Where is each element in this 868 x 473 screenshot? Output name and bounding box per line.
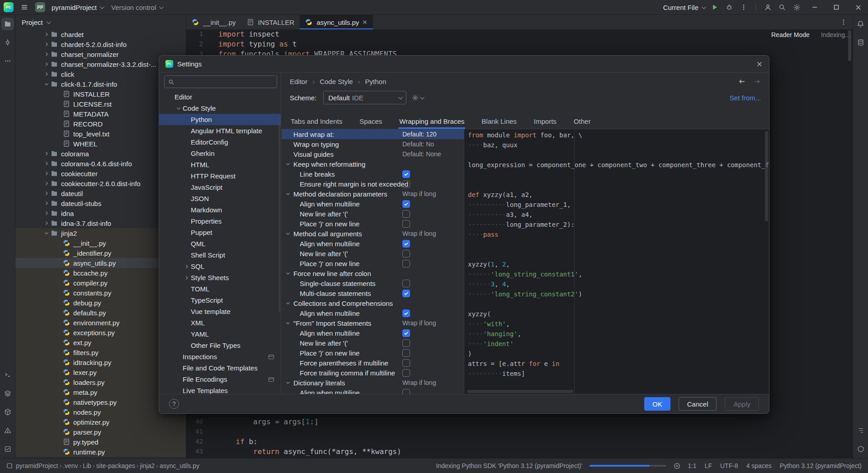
ok-button[interactable]: OK bbox=[644, 397, 670, 411]
settings-rows[interactable]: Hard wrap at:Default: 120Wrap on typingD… bbox=[282, 129, 464, 394]
tree-item[interactable]: chardet-5.2.0.dist-info bbox=[15, 39, 186, 49]
settings-nav-item[interactable]: Code Style bbox=[159, 103, 281, 114]
settings-nav-item[interactable]: Inspections bbox=[159, 351, 281, 362]
back-arrow-icon[interactable] bbox=[738, 78, 746, 85]
indexing-status[interactable]: Indexing Python SDK 'Python 3.12 (pyrami… bbox=[436, 462, 583, 469]
setting-value[interactable]: Default: None bbox=[402, 150, 441, 158]
database-tool-icon[interactable] bbox=[854, 36, 867, 49]
settings-nav-item[interactable]: Angular HTML template bbox=[159, 125, 281, 136]
maximize-button[interactable] bbox=[826, 0, 846, 15]
chevron-down-icon[interactable] bbox=[284, 191, 292, 197]
setting-value[interactable]: Default: 120 bbox=[402, 131, 437, 138]
chevron-right-icon[interactable] bbox=[42, 32, 51, 37]
close-button[interactable] bbox=[848, 0, 868, 15]
editor-tab[interactable]: INSTALLER bbox=[241, 15, 300, 29]
preview-hscrollbar[interactable] bbox=[467, 390, 573, 393]
settings-row[interactable]: Place ')' on new line bbox=[282, 219, 464, 229]
statusbar-crumb[interactable]: Lib bbox=[83, 462, 91, 469]
statusbar-widget[interactable]: 4 spaces bbox=[746, 462, 772, 469]
settings-group[interactable]: Keep when reformatting bbox=[282, 159, 464, 169]
chevron-down-icon[interactable] bbox=[284, 300, 292, 306]
settings-nav-item[interactable]: TOML bbox=[159, 283, 281, 295]
help-icon[interactable]: ? bbox=[169, 399, 179, 409]
settings-row[interactable]: Align when multiline bbox=[282, 308, 464, 318]
chevron-down-icon[interactable] bbox=[284, 161, 292, 167]
breadcrumb-item[interactable]: Code Style bbox=[320, 78, 353, 85]
nav-scrollbar[interactable] bbox=[278, 118, 280, 312]
tree-item[interactable]: optimizer.py bbox=[15, 417, 186, 427]
minimize-button[interactable] bbox=[805, 0, 825, 15]
settings-nav-item[interactable]: Other File Types bbox=[159, 340, 281, 351]
settings-nav-item[interactable]: Puppet bbox=[159, 227, 281, 238]
editor-tab[interactable]: async_utils.py bbox=[300, 15, 373, 29]
project-switcher[interactable]: pyramidProject bbox=[50, 0, 105, 14]
forward-arrow-icon[interactable] bbox=[753, 78, 761, 85]
setting-value[interactable]: Default: No bbox=[402, 140, 434, 148]
chevron-right-icon[interactable] bbox=[42, 220, 51, 226]
settings-row[interactable]: New line after '(' bbox=[282, 209, 464, 219]
code-bottom[interactable]: 40 args = args[1:]4142 if b:43 return as… bbox=[186, 417, 853, 456]
chevron-down-icon[interactable] bbox=[42, 81, 51, 87]
problems-tool-icon[interactable] bbox=[1, 424, 14, 437]
settings-row[interactable]: Wrap on typingDefault: No bbox=[282, 139, 464, 149]
settings-row[interactable]: New line after '(' bbox=[282, 248, 464, 258]
chevron-down-icon[interactable] bbox=[284, 380, 292, 385]
chevron-right-icon[interactable] bbox=[42, 171, 51, 176]
settings-tab[interactable]: Spaces bbox=[359, 114, 383, 129]
settings-group[interactable]: Method call argumentsWrap if long bbox=[282, 229, 464, 239]
settings-row[interactable]: Visual guidesDefault: None bbox=[282, 149, 464, 159]
settings-nav-item[interactable]: Markdown bbox=[159, 204, 281, 215]
checkbox[interactable] bbox=[402, 170, 410, 178]
checkbox[interactable] bbox=[402, 260, 410, 267]
settings-nav-item[interactable]: Python bbox=[159, 114, 281, 125]
settings-row[interactable]: Place ')' on new line bbox=[282, 348, 464, 358]
settings-nav-item[interactable]: JSON bbox=[159, 193, 281, 204]
project-tool-icon[interactable] bbox=[1, 18, 14, 30]
settings-nav-item[interactable]: YAML bbox=[159, 328, 281, 340]
more-tool-windows-icon[interactable] bbox=[1, 55, 14, 67]
run-button[interactable] bbox=[708, 1, 721, 14]
preview-vscrollbar[interactable] bbox=[765, 131, 768, 221]
settings-nav-item[interactable]: TypeScript bbox=[159, 295, 281, 306]
statusbar-widget[interactable]: UTF-8 bbox=[720, 462, 738, 469]
chevron-right-icon[interactable] bbox=[42, 191, 51, 196]
checkbox[interactable] bbox=[402, 210, 410, 218]
notifications-tool-icon[interactable] bbox=[854, 18, 867, 30]
tree-item[interactable]: py.typed bbox=[15, 437, 186, 447]
settings-nav-item[interactable]: Properties bbox=[159, 215, 281, 227]
chevron-down-icon[interactable] bbox=[284, 271, 292, 276]
group-value[interactable]: Wrap if long bbox=[402, 319, 436, 327]
checkbox[interactable] bbox=[402, 200, 410, 208]
settings-search[interactable] bbox=[164, 75, 277, 88]
settings-nav-item[interactable]: XML bbox=[159, 317, 281, 328]
checkbox[interactable] bbox=[402, 290, 410, 297]
breadcrumb-item[interactable]: Python bbox=[365, 78, 387, 85]
settings-nav-item[interactable]: Editor bbox=[159, 91, 281, 103]
statusbar-crumb[interactable]: .venv bbox=[63, 462, 78, 469]
services-tool-icon[interactable] bbox=[1, 387, 14, 400]
statusbar-crumb[interactable]: jinja2 bbox=[140, 462, 155, 469]
settings-row[interactable]: Align when multiline bbox=[282, 328, 464, 338]
settings-row[interactable]: New line after '(' bbox=[282, 338, 464, 348]
settings-gear-icon[interactable] bbox=[790, 1, 803, 14]
checkbox[interactable] bbox=[402, 369, 410, 377]
settings-nav-item[interactable]: JavaScript bbox=[159, 182, 281, 193]
settings-nav-item[interactable]: File and Code Templates bbox=[159, 362, 281, 374]
tree-item[interactable]: parser.py bbox=[15, 427, 186, 437]
chevron-right-icon[interactable] bbox=[42, 42, 51, 47]
settings-group[interactable]: Collections and Comprehensions bbox=[282, 298, 464, 308]
settings-row[interactable]: Multi-clause statements bbox=[282, 288, 464, 298]
settings-nav-item[interactable]: Gherkin bbox=[159, 148, 281, 159]
checkbox[interactable] bbox=[402, 349, 410, 357]
settings-tab[interactable]: Other bbox=[573, 114, 592, 129]
chevron-right-icon[interactable] bbox=[42, 181, 51, 186]
checkbox[interactable] bbox=[402, 359, 410, 367]
editor-scrollbar[interactable] bbox=[848, 30, 851, 61]
commit-tool-icon[interactable] bbox=[1, 36, 14, 49]
settings-row[interactable]: Align when multiline bbox=[282, 199, 464, 209]
settings-group[interactable]: Method declaration parametersWrap if lon… bbox=[282, 189, 464, 199]
run-configuration-selector[interactable]: Current File bbox=[661, 0, 707, 14]
vcs-widget[interactable]: Version control bbox=[109, 0, 164, 14]
settings-search-input[interactable] bbox=[178, 78, 273, 86]
group-value[interactable]: Wrap if long bbox=[402, 379, 436, 386]
